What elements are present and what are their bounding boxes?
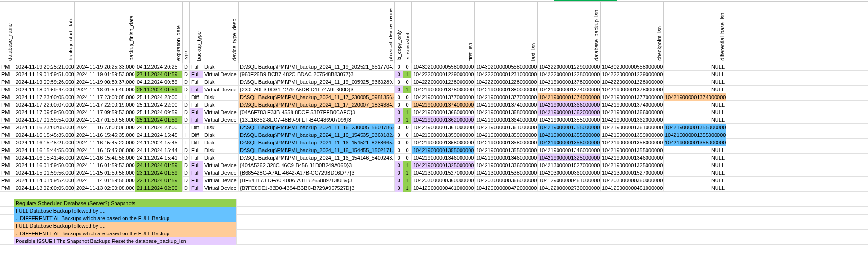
- cell-db[interactable]: PMI: [0, 93, 14, 101]
- cell-btype[interactable]: Diff: [190, 131, 203, 139]
- cell-start[interactable]: 2024-11-16 15:44:55.000: [14, 146, 75, 154]
- cell-snap[interactable]: 0: [403, 146, 412, 154]
- cell-chk[interactable]: 104213000001527000000: [601, 169, 664, 177]
- cell-exp[interactable]: 23.11.2024 01:59: [135, 169, 183, 177]
- cell-chk[interactable]: 104219000001361000000: [601, 124, 664, 131]
- cell-chk[interactable]: 104219000001377000000: [601, 93, 664, 101]
- cell-snap[interactable]: 0: [403, 101, 412, 108]
- cell-chk[interactable]: 104222000001229000000: [601, 71, 664, 78]
- table-row[interactable]: PMI2024-11-17 01:59:54.0002024-11-17 01:…: [0, 116, 868, 124]
- cell-phys[interactable]: {960E26B9-BCB7-482C-BDAC-207548B83077}3: [239, 71, 395, 78]
- cell-copy[interactable]: 0: [395, 78, 403, 86]
- cell-finish[interactable]: 2024-11-17 23:00:05.000: [75, 93, 135, 101]
- cell-db[interactable]: PMI: [0, 154, 14, 161]
- cell-dbbak[interactable]: 104219000001355000000: [538, 131, 601, 139]
- cell-exp[interactable]: 24.11.2024 15:41: [135, 154, 183, 161]
- cell-dev[interactable]: Virtual Device: [203, 177, 239, 184]
- cell-chk[interactable]: 104219000001359000000: [601, 131, 664, 139]
- cell-start[interactable]: 2024-11-19 01:59:51.000: [14, 71, 75, 78]
- cell-db[interactable]: PMI: [0, 161, 14, 169]
- cell-diff[interactable]: NULL: [664, 161, 726, 169]
- cell-diff[interactable]: NULL: [664, 63, 726, 71]
- table-row[interactable]: PMI2024-11-17 22:00:07.0002024-11-17 22:…: [0, 101, 868, 108]
- header-exp[interactable]: expiration_date: [135, 1, 183, 63]
- cell-diff[interactable]: NULL: [664, 86, 726, 93]
- table-row[interactable]: PMI2024-11-16 15:45:21.0002024-11-16 15:…: [0, 139, 868, 146]
- cell-snap[interactable]: 1: [403, 71, 412, 78]
- cell-snap[interactable]: 0: [403, 139, 412, 146]
- cell-last[interactable]: 104219000001359000000: [475, 131, 538, 139]
- cell-finish[interactable]: 2024-11-19 00:59:37.000: [75, 78, 135, 86]
- cell-chk[interactable]: 104129000000461000000: [601, 184, 664, 192]
- cell-dbbak[interactable]: 104129000000461000000: [538, 177, 601, 184]
- cell-type[interactable]: D: [183, 86, 190, 93]
- cell-dbbak[interactable]: 104219000001362000000: [538, 108, 601, 116]
- cell-phys[interactable]: D:\SQL Backup\PMI\PMI_backup_2024_11_16_…: [239, 146, 395, 154]
- cell-exp[interactable]: 04.12.2024 00:59: [135, 78, 183, 86]
- cell-finish[interactable]: 2024-11-16 23:00:06.000: [75, 124, 135, 131]
- table-row[interactable]: PMI2024-11-16 15:45:35.0002024-11-16 15:…: [0, 131, 868, 139]
- cell-dev[interactable]: Virtual Device: [203, 108, 239, 116]
- cell-start[interactable]: 2024-11-13 02:00:05.000: [14, 184, 75, 192]
- header-chk[interactable]: checkpoint_lsn: [601, 1, 664, 63]
- cell-first[interactable]: 104219000001346000000: [412, 154, 475, 161]
- cell-diff[interactable]: 104219000001374000000: [664, 93, 726, 101]
- cell-diff[interactable]: NULL: [664, 71, 726, 78]
- cell-finish[interactable]: 2024-11-18 01:59:49.000: [75, 86, 135, 93]
- cell-exp[interactable]: 25.11.2024 09:59: [135, 108, 183, 116]
- cell-btype[interactable]: Full: [190, 108, 203, 116]
- cell-type[interactable]: I: [183, 124, 190, 131]
- table-row[interactable]: PMI2024-11-16 23:00:05.0002024-11-16 23:…: [0, 124, 868, 131]
- cell-diff[interactable]: NULL: [664, 154, 726, 161]
- cell-dbbak[interactable]: 104219000001355000000: [538, 116, 601, 124]
- cell-diff[interactable]: NULL: [664, 116, 726, 124]
- cell-finish[interactable]: 2024-11-16 15:45:22.000: [75, 139, 135, 146]
- cell-dbbak[interactable]: 104219000001374000000: [538, 86, 601, 93]
- cell-diff[interactable]: NULL: [664, 78, 726, 86]
- cell-exp[interactable]: 04.12.2024 20:25: [135, 63, 183, 71]
- header-diff[interactable]: differential_base_lsn: [664, 1, 726, 63]
- cell-copy[interactable]: 0: [395, 71, 403, 78]
- table-row[interactable]: PMI2024-11-17 09:59:50.0002024-11-17 09:…: [0, 108, 868, 116]
- cell-finish[interactable]: 2024-11-16 01:59:53.000: [75, 161, 135, 169]
- cell-last[interactable]: 104219000001346000000: [475, 154, 538, 161]
- cell-type[interactable]: I: [183, 93, 190, 101]
- cell-start[interactable]: 2024-11-16 23:00:05.000: [14, 124, 75, 131]
- cell-last[interactable]: 104219000001380000000: [475, 86, 538, 93]
- cell-last[interactable]: 104129000000472000000: [475, 184, 538, 192]
- cell-first[interactable]: 104219000001378000000: [412, 86, 475, 93]
- cell-db[interactable]: PMI: [0, 101, 14, 108]
- cell-exp[interactable]: 26.11.2024 01:59: [135, 86, 183, 93]
- header-first[interactable]: first_lsn: [412, 1, 475, 63]
- cell-db[interactable]: PMI: [0, 86, 14, 93]
- cell-db[interactable]: PMI: [0, 78, 14, 86]
- cell-finish[interactable]: 2024-11-17 22:00:19.000: [75, 101, 135, 108]
- cell-dev[interactable]: Virtual Device: [203, 169, 239, 177]
- cell-type[interactable]: D: [183, 63, 190, 71]
- cell-chk[interactable]: 104219000001366000000: [601, 108, 664, 116]
- cell-finish[interactable]: 2024-11-16 15:45:06.000: [75, 146, 135, 154]
- cell-last[interactable]: 104302000000558000000: [475, 63, 538, 71]
- cell-start[interactable]: 2024-11-16 15:45:21.000: [14, 139, 75, 146]
- cell-copy[interactable]: 0: [395, 154, 403, 161]
- cell-dev[interactable]: Virtual Device: [203, 161, 239, 169]
- cell-first[interactable]: 104219000001359000000: [412, 131, 475, 139]
- cell-type[interactable]: D: [183, 146, 190, 154]
- cell-diff[interactable]: NULL: [664, 184, 726, 192]
- cell-first[interactable]: 104219000001325000000: [412, 161, 475, 169]
- cell-dev[interactable]: Virtual Device: [203, 116, 239, 124]
- table-row[interactable]: PMI2024-11-14 01:59:52.0002024-11-14 01:…: [0, 177, 868, 184]
- cell-db[interactable]: PMI: [0, 108, 14, 116]
- cell-btype[interactable]: Full: [190, 86, 203, 93]
- cell-first[interactable]: 104213000001527000000: [412, 169, 475, 177]
- cell-type[interactable]: D: [183, 184, 190, 192]
- cell-dbbak[interactable]: 104222000001228000000: [538, 71, 601, 78]
- cell-dbbak[interactable]: 104203000000360000000: [538, 169, 601, 177]
- cell-type[interactable]: D: [183, 177, 190, 184]
- cell-first[interactable]: 104219000001366000000: [412, 108, 475, 116]
- cell-last[interactable]: 104219000001355000000: [475, 146, 538, 154]
- cell-last[interactable]: 104219000001364000000: [475, 116, 538, 124]
- header-btype[interactable]: backup_type: [190, 1, 203, 63]
- cell-dev[interactable]: Disk: [203, 124, 239, 131]
- cell-exp[interactable]: 24.11.2024 15:44: [135, 146, 183, 154]
